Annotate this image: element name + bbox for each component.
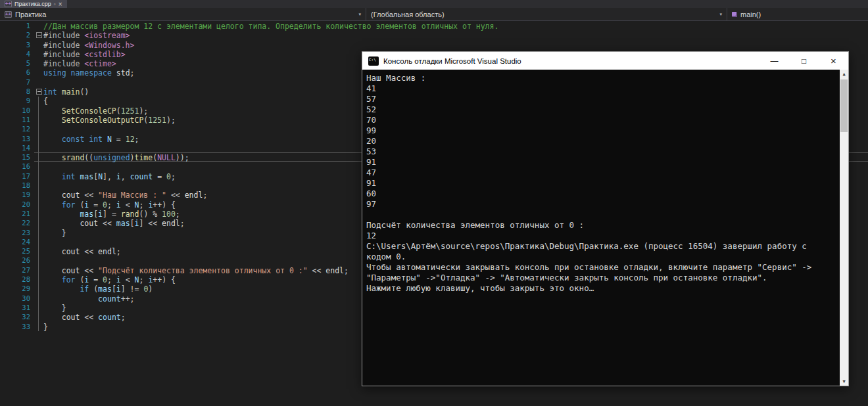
console-line: 53 (366, 147, 835, 157)
chevron-down-icon: ▾ (358, 12, 361, 17)
line-number: 17 (0, 171, 34, 181)
outlining-margin (34, 304, 43, 311)
line-number: 1 (0, 21, 34, 30)
line-number: 31 (0, 303, 34, 312)
console-scrollbar[interactable]: ▲ ▼ (840, 70, 848, 386)
minimize-button[interactable]: — (760, 52, 789, 70)
outlining-margin (34, 97, 43, 104)
console-line: 57 (366, 94, 835, 104)
line-number: 20 (0, 200, 34, 209)
console-line: 52 (366, 104, 835, 115)
outlining-margin (34, 200, 43, 208)
console-line: 97 (366, 199, 835, 210)
outlining-margin (34, 219, 43, 227)
console-line: 12 (366, 231, 835, 241)
line-number: 5 (0, 58, 34, 68)
method-dropdown[interactable]: main() (727, 8, 868, 20)
window-controls: — □ × (760, 52, 848, 70)
tab-title: Практика.cpp (14, 1, 51, 7)
scroll-down-arrow[interactable]: ▼ (840, 377, 848, 386)
outlining-margin (34, 68, 43, 76)
console-line: 41 (366, 83, 835, 94)
console-line: Подсчёт количества элементов отличных от… (366, 220, 835, 231)
outlining-margin (34, 162, 43, 170)
line-number: 15 (0, 152, 34, 162)
maximize-button[interactable]: □ (789, 52, 819, 70)
outlining-margin (34, 106, 43, 114)
scope-dropdown[interactable]: (Глобальная область) ▾ (366, 8, 727, 20)
outlining-margin (34, 78, 43, 86)
pin-icon[interactable]: ▫ (54, 1, 56, 7)
tab-close-icon[interactable]: × (59, 1, 62, 8)
cpp-project-icon: ++ (5, 11, 12, 18)
console-line (366, 210, 835, 220)
line-number: 30 (0, 294, 34, 303)
outlining-margin (34, 313, 43, 321)
console-line: 70 (366, 115, 835, 125)
scope-dropdown-label: (Глобальная область) (371, 11, 445, 18)
line-number: 28 (0, 275, 34, 284)
console-line: 20 (366, 136, 835, 147)
code-line: 3#include <Windows.h> (0, 40, 868, 49)
outlining-margin (34, 153, 43, 161)
line-number: 12 (0, 124, 34, 133)
console-line: Чтобы автоматически закрывать консоль пр… (366, 262, 835, 273)
line-number: 14 (0, 143, 34, 152)
cpp-file-icon: ++ (5, 1, 12, 7)
code-line: 2#include <iostream> (0, 30, 868, 39)
outlining-margin (34, 41, 43, 49)
close-button[interactable]: × (819, 52, 848, 70)
console-app-icon: C:\ (368, 56, 379, 66)
vs-ide-screen: ++ Практика.cpp ▫ × ++ Практика ▾ (Глоба… (0, 0, 868, 406)
fold-collapse-icon[interactable] (36, 32, 42, 38)
outlining-margin (34, 284, 43, 292)
console-line: Наш Массив : (366, 73, 835, 83)
line-number: 4 (0, 49, 34, 58)
console-body: Наш Массив :415752709920539147916097 Под… (362, 70, 848, 386)
navigation-bar: ++ Практика ▾ (Глобальная область) ▾ mai… (0, 8, 868, 21)
line-number: 27 (0, 265, 34, 275)
outlining-margin (34, 144, 43, 152)
project-dropdown[interactable]: ++ Практика ▾ (0, 8, 366, 20)
console-window-title: Консоль отладки Microsoft Visual Studio (383, 57, 521, 65)
console-line: 91 (366, 178, 835, 189)
line-number: 32 (0, 312, 34, 321)
outlining-margin (34, 266, 43, 274)
outlining-margin (34, 294, 43, 302)
debug-console-window: C:\ Консоль отладки Microsoft Visual Stu… (362, 51, 849, 386)
scrollbar-thumb[interactable] (840, 79, 848, 132)
line-number: 25 (0, 246, 34, 256)
tab-praktika-cpp[interactable]: ++ Практика.cpp ▫ × (0, 0, 67, 8)
line-number: 33 (0, 322, 34, 331)
outlining-margin (34, 31, 43, 39)
outlining-margin (34, 135, 43, 143)
outlining-margin (34, 275, 43, 283)
console-line: 99 (366, 125, 835, 136)
line-number: 16 (0, 162, 34, 171)
outlining-margin (34, 125, 43, 133)
outlining-margin (34, 22, 43, 30)
console-line: кодом 0. (366, 252, 835, 262)
method-dropdown-label: main() (740, 11, 761, 18)
line-number: 2 (0, 30, 34, 39)
line-number: 24 (0, 237, 34, 246)
line-number: 9 (0, 96, 34, 105)
console-output: Наш Массив :415752709920539147916097 Под… (362, 70, 848, 294)
outlining-margin (34, 247, 43, 255)
outlining-margin (34, 229, 43, 237)
outlining-margin (34, 191, 43, 198)
scope-guide-line (38, 97, 39, 331)
outlining-margin (34, 210, 43, 217)
outlining-margin (34, 238, 43, 246)
line-number: 21 (0, 209, 34, 218)
scroll-up-arrow[interactable]: ▲ (840, 70, 848, 78)
line-number: 7 (0, 78, 34, 87)
console-title-bar[interactable]: C:\ Консоль отладки Microsoft Visual Stu… (362, 52, 848, 70)
project-dropdown-label: Практика (15, 11, 46, 18)
line-number: 3 (0, 40, 34, 49)
line-number: 26 (0, 256, 34, 265)
line-number: 19 (0, 190, 34, 199)
fold-collapse-icon[interactable] (36, 89, 42, 95)
outlining-margin (34, 323, 43, 330)
console-line: "Параметры" ->"Отладка" -> "Автоматическ… (366, 273, 835, 283)
